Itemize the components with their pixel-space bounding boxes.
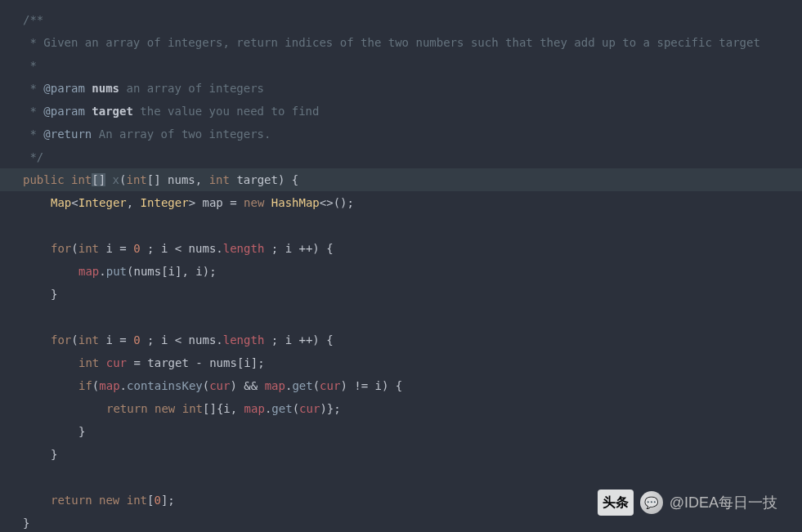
keyword-int: int bbox=[78, 356, 106, 369]
method-put: put bbox=[106, 265, 127, 278]
param-tag: @param bbox=[43, 82, 85, 95]
brace-close: } bbox=[23, 516, 29, 530]
keyword-new: new bbox=[244, 196, 271, 209]
keyword-int: int bbox=[127, 494, 147, 507]
var-i-eq: i = bbox=[105, 333, 133, 346]
brace-close: } bbox=[51, 448, 57, 461]
paren: ( bbox=[293, 402, 299, 415]
code-line: */ bbox=[0, 145, 802, 168]
keyword-new: new bbox=[99, 494, 127, 507]
keyword-new: new bbox=[155, 402, 182, 415]
array-brackets: [] bbox=[147, 173, 168, 186]
param-tag: @param bbox=[43, 105, 85, 118]
number-zero: 0 bbox=[133, 242, 140, 255]
field-length: length bbox=[223, 333, 265, 346]
keyword-int: int bbox=[126, 173, 146, 186]
method-get: get bbox=[271, 402, 292, 415]
var-map: map bbox=[99, 379, 119, 392]
var-map: map bbox=[202, 196, 222, 209]
javadoc-prefix: * bbox=[23, 127, 43, 141]
paren-open: ( bbox=[71, 242, 78, 255]
rest: ; i ++) { bbox=[264, 333, 333, 346]
code-line-empty bbox=[0, 214, 802, 237]
var-i-eq: i = bbox=[105, 242, 133, 255]
number-zero: 0 bbox=[154, 494, 160, 507]
watermark: 头条 💬 @IDEA每日一技 bbox=[598, 490, 777, 516]
code-line-empty bbox=[0, 306, 802, 329]
param-name: target bbox=[85, 105, 133, 118]
keyword-return: return bbox=[106, 402, 155, 415]
keyword-return: return bbox=[51, 494, 99, 507]
method-name-x: x bbox=[105, 173, 119, 186]
code-line: * bbox=[0, 54, 802, 77]
type-integer: Integer bbox=[141, 196, 189, 209]
code-line: } bbox=[0, 283, 802, 306]
paren: ( bbox=[203, 379, 209, 392]
type-integer: Integer bbox=[78, 196, 127, 209]
code-line: * @return An array of two integers. bbox=[0, 123, 802, 145]
var-map: map bbox=[265, 379, 285, 392]
gt: > bbox=[189, 196, 203, 209]
return-tag: @return bbox=[43, 127, 92, 141]
paren-brace: ) { bbox=[278, 173, 298, 186]
code-editor[interactable]: /** * Given an array of integers, return… bbox=[0, 0, 802, 532]
bracket-close: ] bbox=[99, 173, 105, 186]
end: )}; bbox=[320, 402, 340, 415]
javadoc-prefix: * bbox=[23, 36, 43, 49]
javadoc-close: */ bbox=[23, 150, 43, 163]
dot: . bbox=[120, 379, 127, 392]
javadoc-empty: * bbox=[23, 59, 37, 72]
keyword-int: int bbox=[209, 173, 237, 186]
keyword-for: for bbox=[51, 333, 71, 346]
args: (nums[i], i); bbox=[127, 265, 217, 278]
lt: < bbox=[71, 196, 78, 209]
paren: ( bbox=[313, 379, 320, 392]
watermark-handle: @IDEA每日一技 bbox=[670, 491, 777, 514]
array-init: []{i, bbox=[203, 402, 244, 415]
paren-open: ( bbox=[71, 333, 78, 346]
param-name: nums bbox=[85, 82, 119, 95]
var-cur: cur bbox=[299, 402, 320, 415]
param-target: target bbox=[236, 173, 278, 186]
rest: = target - nums[i]; bbox=[127, 356, 265, 369]
code-line: } bbox=[0, 420, 802, 443]
comma: , bbox=[127, 196, 141, 209]
brace-close: } bbox=[51, 288, 57, 301]
and: ) && bbox=[230, 379, 264, 392]
comma: , bbox=[195, 173, 209, 186]
brace-close: } bbox=[78, 425, 85, 438]
code-line: Map<Integer, Integer> map = new HashMap<… bbox=[0, 191, 802, 214]
keyword-int: int bbox=[78, 242, 106, 255]
code-line: * @param nums an array of integers bbox=[0, 77, 802, 100]
code-line: /** bbox=[0, 8, 802, 31]
javadoc-prefix: * bbox=[23, 105, 43, 118]
method-containskey: containsKey bbox=[127, 379, 203, 392]
type-hashmap: HashMap bbox=[271, 196, 320, 209]
code-line: for(int i = 0 ; i < nums.length ; i ++) … bbox=[0, 329, 802, 351]
code-line: } bbox=[0, 443, 802, 466]
code-line: int cur = target - nums[i]; bbox=[0, 351, 802, 374]
keyword-public: public bbox=[23, 173, 71, 186]
code-line: * Given an array of integers, return ind… bbox=[0, 31, 802, 54]
code-line-method-signature: public int[] x(int[] nums, int target) { bbox=[0, 168, 802, 191]
param-nums: nums bbox=[168, 173, 195, 186]
javadoc-open: /** bbox=[23, 13, 43, 26]
var-cur: cur bbox=[106, 356, 127, 369]
cond: ; i < nums. bbox=[141, 242, 223, 255]
code-line: return new int[]{i, map.get(cur)}; bbox=[0, 397, 802, 420]
dot: . bbox=[99, 265, 105, 278]
var-cur: cur bbox=[320, 379, 340, 392]
number-zero: 0 bbox=[133, 333, 140, 346]
watermark-logo: 头条 bbox=[598, 490, 634, 516]
bracket-open: [ bbox=[92, 173, 98, 186]
neq: ) != i) { bbox=[340, 379, 402, 392]
param-desc: an array of integers bbox=[119, 82, 264, 95]
field-length: length bbox=[223, 242, 265, 255]
code-line: * @param target the value you need to fi… bbox=[0, 100, 802, 123]
watermark-wechat-icon: 💬 bbox=[640, 491, 663, 514]
var-cur: cur bbox=[209, 379, 230, 392]
method-get: get bbox=[292, 379, 312, 392]
rest: ; i ++) { bbox=[264, 242, 333, 255]
code-line: if(map.containsKey(cur) && map.get(cur) … bbox=[0, 374, 802, 397]
param-desc: the value you need to find bbox=[133, 105, 320, 118]
